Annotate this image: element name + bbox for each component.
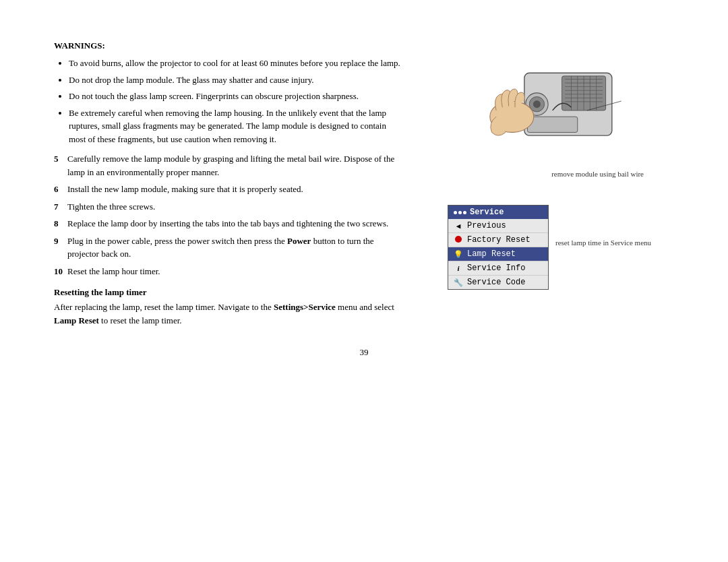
step-num-10: 10 [54,265,63,278]
section-body-mid: menu and select [336,302,394,312]
warnings-list: To avoid burns, allow the projector to c… [54,57,404,146]
menu-item-lamp-reset[interactable]: 💡 Lamp Reset [448,247,548,261]
menu-item-service-info-label: Service Info [467,263,525,273]
section-body-pre: After replacing the lamp, reset the lamp… [54,302,274,312]
menu-title: Service [470,208,504,217]
menu-item-factory-reset[interactable]: Factory Reset [448,233,548,247]
section-body-post: to reset the lamp timer. [99,315,182,325]
section-bold-1: Settings>Service [274,302,336,312]
projector-image [462,34,637,168]
menu-item-service-code[interactable]: 🔧 Service Code [448,276,548,289]
step-num-7: 7 [54,200,63,214]
step-10: 10 Reset the lamp hour timer. [54,265,404,278]
step-text-10: Reset the lamp hour timer. [67,265,160,278]
service-menu: Service ◀ Previous Factory Reset 💡 L [448,205,549,290]
warning-item-2: Do not drop the lamp module. The glass m… [69,73,404,87]
step-num-8: 8 [54,217,63,230]
menu-area: Service ◀ Previous Factory Reset 💡 L [448,205,651,290]
dot-2 [458,211,462,214]
projector-svg [462,34,637,168]
step-text-7: Tighten the three screws. [67,200,155,214]
section-title: Resetting the lamp timer [54,287,404,298]
section-bold-2: Lamp Reset [54,315,99,325]
menu-header: Service [448,206,548,219]
dot-1 [454,211,457,214]
hand-illustration [490,73,621,135]
step-9: 9 Plug in the power cable, press the pow… [54,235,404,261]
warning-item-1: To avoid burns, allow the projector to c… [69,57,404,70]
image-caption: remove module using bail wire [455,170,644,178]
right-column: remove module using bail wire Service [425,40,674,327]
step-8: 8 Replace the lamp door by inserting the… [54,217,404,230]
warning-item-4: Be extremely careful when removing the l… [69,106,404,146]
dot-3 [463,211,466,214]
page-number: 39 [54,347,674,358]
menu-item-previous-label: Previous [467,221,506,230]
menu-caption: reset lamp time in Service menu [555,239,651,247]
step-num-9: 9 [54,235,63,261]
page: WARNINGS: To avoid burns, allow the proj… [0,0,728,562]
lamp-icon: 💡 [454,250,463,259]
wrench-icon: 🔧 [454,278,463,287]
menu-item-factory-reset-label: Factory Reset [467,235,530,245]
menu-dots-icon [454,211,466,214]
menu-item-service-code-label: Service Code [467,278,525,287]
menu-item-previous[interactable]: ◀ Previous [448,219,548,233]
step-num-5: 5 [54,152,63,179]
step-num-6: 6 [54,183,63,196]
svg-point-16 [533,100,541,108]
red-circle-icon [454,236,463,245]
menu-item-lamp-reset-label: Lamp Reset [467,249,516,259]
step-5: 5 Carefully remove the lamp module by gr… [54,152,404,179]
step-text-8: Replace the lamp door by inserting the t… [67,217,388,230]
left-column: WARNINGS: To avoid burns, allow the proj… [54,40,404,327]
menu-item-service-info[interactable]: i Service Info [448,261,548,276]
svg-rect-17 [528,117,578,132]
step-6: 6 Install the new lamp module, making su… [54,183,404,196]
step-text-5: Carefully remove the lamp module by gras… [67,152,404,179]
warnings-title: WARNINGS: [54,40,404,51]
step-7: 7 Tighten the three screws. [54,200,404,214]
info-icon: i [454,264,463,272]
step-text-6: Install the new lamp module, making sure… [67,183,303,196]
warning-item-3: Do not touch the glass lamp screen. Fing… [69,90,404,103]
arrow-left-icon: ◀ [454,222,463,230]
section-body: After replacing the lamp, reset the lamp… [54,301,404,327]
step-text-9: Plug in the power cable, press the power… [67,235,404,261]
